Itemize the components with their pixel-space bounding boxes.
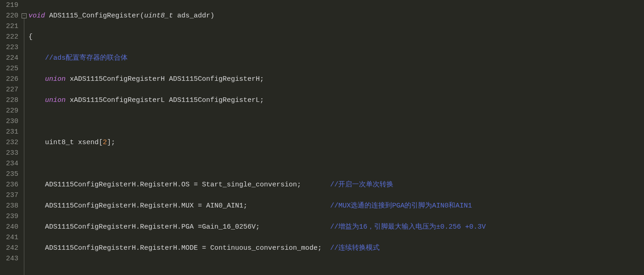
line-number: 237 xyxy=(2,190,18,201)
code-line: { xyxy=(28,32,644,42)
decl: xADS1115ConfigRegisterH ADS1115ConfigReg… xyxy=(66,75,264,83)
line-number: 236 xyxy=(2,180,18,190)
line-number: 222 xyxy=(2,32,18,42)
stmt: ADS1115ConfigRegisterH.RegisterH.OS = St… xyxy=(45,181,330,189)
stmt: uint8_t xsend[ xyxy=(45,139,103,146)
comment: //增益为16，引脚最大输入电压为±0.256 +0.3V xyxy=(330,223,486,231)
line-number: 233 xyxy=(2,148,18,158)
stmt: ADS1115ConfigRegisterH.RegisterH.PGA =Ga… xyxy=(45,223,330,231)
line-number: 243 xyxy=(2,253,18,264)
fold-guide-line xyxy=(24,18,24,275)
line-number: 239 xyxy=(2,211,18,222)
param: ads_addr) xyxy=(173,12,214,20)
line-number: 220 xyxy=(2,11,18,21)
code-area[interactable]: void ADS1115_ConfigRegister(uint8_t ads_… xyxy=(28,0,644,275)
fold-column: − xyxy=(21,0,28,275)
code-line: ADS1115ConfigRegisterH.RegisterH.MUX = A… xyxy=(28,201,644,211)
code-line: uint8_t xsend[2]; xyxy=(28,137,644,148)
line-number: 232 xyxy=(2,137,18,148)
line-number: 235 xyxy=(2,169,18,180)
line-number: 221 xyxy=(2,21,18,32)
line-number: 242 xyxy=(2,243,18,253)
code-line xyxy=(28,116,644,127)
number: 2 xyxy=(103,139,107,146)
line-number: 226 xyxy=(2,74,18,84)
line-number: 240 xyxy=(2,222,18,232)
code-line xyxy=(28,264,644,275)
comment: //开启一次单次转换 xyxy=(330,181,393,189)
line-number: 231 xyxy=(2,127,18,137)
keyword-union: union xyxy=(45,75,66,83)
line-number: 223 xyxy=(2,42,18,53)
keyword-union: union xyxy=(45,96,66,104)
line-number: 230 xyxy=(2,116,18,127)
stmt: ADS1115ConfigRegisterH.RegisterH.MODE = … xyxy=(45,244,330,252)
line-number: 225 xyxy=(2,63,18,74)
line-number: 219 xyxy=(2,0,18,11)
code-editor[interactable]: 2192202212222232242252262272282292302312… xyxy=(0,0,644,275)
stmt: ADS1115ConfigRegisterH.RegisterH.MUX = A… xyxy=(45,202,330,210)
line-number: 227 xyxy=(2,84,18,95)
fold-toggle-icon[interactable]: − xyxy=(22,13,27,18)
comment: //MUX选通的连接到PGA的引脚为AIN0和AIN1 xyxy=(330,202,472,210)
code-line: ADS1115ConfigRegisterH.RegisterH.PGA =Ga… xyxy=(28,222,644,232)
comment: //ads配置寄存器的联合体 xyxy=(45,54,128,62)
line-number-gutter: 2192202212222232242252262272282292302312… xyxy=(0,0,21,275)
code-line xyxy=(28,158,644,169)
line-number: 224 xyxy=(2,53,18,63)
code-line: ADS1115ConfigRegisterH.RegisterH.MODE = … xyxy=(28,243,644,253)
comment: //连续转换模式 xyxy=(330,244,380,252)
line-number: 228 xyxy=(2,95,18,106)
keyword-void: void xyxy=(28,12,45,20)
code-line: //ads配置寄存器的联合体 xyxy=(28,53,644,63)
line-number: 234 xyxy=(2,158,18,169)
stmt: ]; xyxy=(107,139,115,146)
line-number: 229 xyxy=(2,106,18,116)
function-signature: ADS1115_ConfigRegister( xyxy=(45,12,144,20)
code-line: union xADS1115ConfigRegisterH ADS1115Con… xyxy=(28,74,644,84)
code-line: union xADS1115ConfigRegisterL ADS1115Con… xyxy=(28,95,644,106)
line-number: 238 xyxy=(2,201,18,211)
decl: xADS1115ConfigRegisterL ADS1115ConfigReg… xyxy=(66,96,264,104)
code-line: void ADS1115_ConfigRegister(uint8_t ads_… xyxy=(28,11,644,21)
brace: { xyxy=(28,33,33,41)
type: uint8_t xyxy=(144,12,173,20)
line-number: 241 xyxy=(2,232,18,243)
code-line: ADS1115ConfigRegisterH.RegisterH.OS = St… xyxy=(28,180,644,190)
